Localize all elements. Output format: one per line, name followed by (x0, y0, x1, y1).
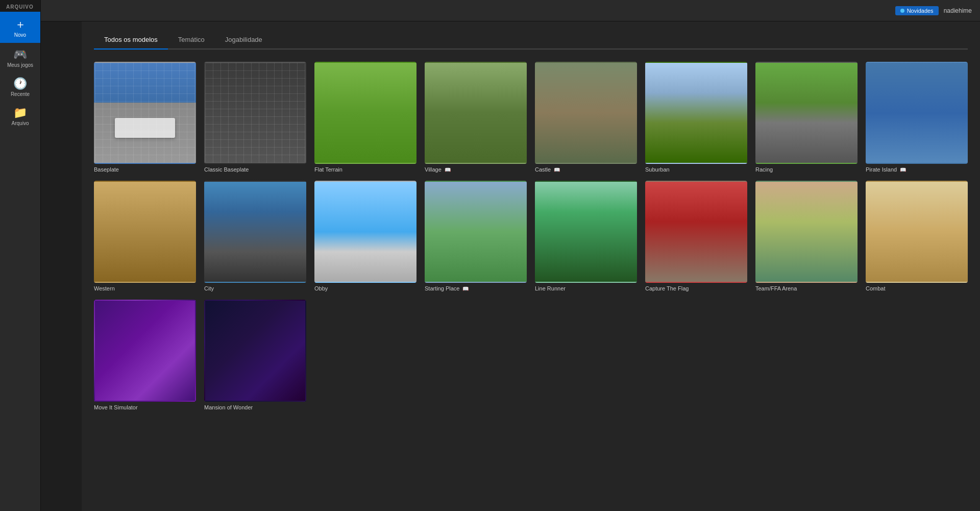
tab-jogabilidade[interactable]: Jogabilidade (215, 32, 273, 48)
template-card-western[interactable]: Western (94, 181, 196, 291)
username-label: nadiehime (944, 7, 972, 14)
template-thumb-mansion (204, 300, 306, 402)
template-label-classic-baseplate: Classic Baseplate (204, 166, 306, 173)
app-title-bar: ARQUIVO (0, 0, 40, 12)
template-thumb-suburban (645, 62, 747, 164)
template-label-castle: Castle📖 (535, 166, 637, 173)
template-card-racing[interactable]: Racing (755, 62, 857, 173)
template-label-team-ffa: Team/FFA Arena (755, 285, 857, 291)
template-thumb-capture-flag (645, 181, 747, 283)
template-card-classic-baseplate[interactable]: Classic Baseplate (204, 62, 306, 173)
sidebar-arquivo-label: Arquivo (12, 120, 29, 126)
template-card-village[interactable]: Village📖 (425, 62, 527, 173)
template-thumb-team-ffa (755, 181, 857, 283)
header-right: Novidades nadiehime (895, 6, 972, 15)
sidebar-meus-jogos-label: Meus jogos (7, 62, 33, 68)
clock-icon: 🕐 (13, 78, 27, 89)
sidebar-recente-label: Recente (11, 91, 30, 97)
template-label-mansion: Mansion of Wonder (204, 404, 306, 410)
template-label-baseplate: Baseplate (94, 166, 196, 173)
template-thumb-city (204, 181, 306, 283)
template-thumb-baseplate (94, 62, 196, 164)
template-card-baseplate[interactable]: Baseplate (94, 62, 196, 173)
book-icon-starting-place: 📖 (462, 286, 469, 291)
template-label-starting-place: Starting Place📖 (425, 285, 527, 291)
template-card-city[interactable]: City (204, 181, 306, 291)
template-thumb-starting-place (425, 181, 527, 283)
template-label-racing: Racing (755, 166, 857, 173)
template-label-suburban: Suburban (645, 166, 747, 173)
gamepad-icon: 🎮 (13, 49, 27, 60)
sidebar-item-recente[interactable]: 🕐 Recente (0, 72, 40, 101)
tab-tematico[interactable]: Temático (168, 32, 215, 48)
template-thumb-obby (314, 181, 416, 283)
sidebar: ARQUIVO ＋ Novo 🎮 Meus jogos 🕐 Recente 📁 … (0, 0, 41, 511)
template-thumb-pirate-island (866, 62, 968, 164)
novidades-label: Novidades (907, 8, 934, 14)
sidebar-item-meus-jogos[interactable]: 🎮 Meus jogos (0, 43, 40, 72)
template-thumb-classic-baseplate (204, 62, 306, 164)
folder-icon: 📁 (13, 107, 27, 118)
template-card-flat-terrain[interactable]: Flat Terrain (314, 62, 416, 173)
template-thumb-flat-terrain (314, 62, 416, 164)
sidebar-new-label: Novo (14, 32, 26, 38)
plus-icon: ＋ (15, 19, 26, 30)
novidades-dot (900, 9, 904, 13)
book-icon-pirate-island: 📖 (900, 167, 906, 173)
template-label-flat-terrain: Flat Terrain (314, 166, 416, 173)
template-card-starting-place[interactable]: Starting Place📖 (425, 181, 527, 291)
template-card-move-it[interactable]: Move It Simulator (94, 300, 196, 410)
template-thumb-move-it (94, 300, 196, 402)
template-label-line-runner: Line Runner (535, 285, 637, 291)
template-card-team-ffa[interactable]: Team/FFA Arena (755, 181, 857, 291)
sidebar-item-arquivo[interactable]: 📁 Arquivo (0, 101, 40, 130)
sidebar-item-new[interactable]: ＋ Novo (0, 12, 40, 43)
app-title: ARQUIVO (6, 4, 34, 10)
main-content: Todos os modelos Temático Jogabilidade B… (82, 21, 980, 511)
book-icon-castle: 📖 (554, 167, 560, 173)
template-thumb-western (94, 181, 196, 283)
template-label-pirate-island: Pirate Island📖 (866, 166, 968, 173)
template-grid: Baseplate Classic BaseplateFlat TerrainV… (94, 62, 968, 410)
template-thumb-combat (866, 181, 968, 283)
template-label-capture-flag: Capture The Flag (645, 285, 747, 291)
template-label-city: City (204, 285, 306, 291)
template-card-obby[interactable]: Obby (314, 181, 416, 291)
template-card-line-runner[interactable]: Line Runner (535, 181, 637, 291)
template-card-castle[interactable]: Castle📖 (535, 62, 637, 173)
template-thumb-castle (535, 62, 637, 164)
template-thumb-line-runner (535, 181, 637, 283)
template-label-western: Western (94, 285, 196, 291)
book-icon-village: 📖 (445, 167, 451, 173)
template-label-obby: Obby (314, 285, 416, 291)
template-label-combat: Combat (866, 285, 968, 291)
template-label-village: Village📖 (425, 166, 527, 173)
template-label-move-it: Move It Simulator (94, 404, 196, 410)
template-card-combat[interactable]: Combat (866, 181, 968, 291)
header: Novidades nadiehime (41, 0, 980, 21)
novidades-badge[interactable]: Novidades (895, 6, 939, 15)
template-card-capture-flag[interactable]: Capture The Flag (645, 181, 747, 291)
tabs-bar: Todos os modelos Temático Jogabilidade (94, 32, 968, 50)
template-card-suburban[interactable]: Suburban (645, 62, 747, 173)
template-thumb-racing (755, 62, 857, 164)
template-thumb-village (425, 62, 527, 164)
tab-todos-modelos[interactable]: Todos os modelos (94, 32, 168, 50)
template-card-mansion[interactable]: Mansion of Wonder (204, 300, 306, 410)
template-card-pirate-island[interactable]: Pirate Island📖 (866, 62, 968, 173)
